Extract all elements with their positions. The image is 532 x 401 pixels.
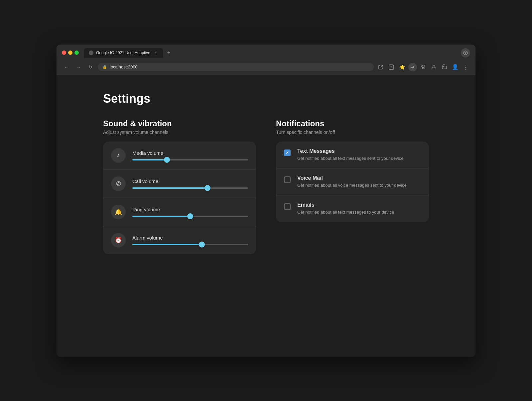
media-label: Media volume <box>132 150 248 156</box>
emails-checkbox[interactable] <box>284 203 291 210</box>
text_messages-content: Text Messages Get notified about all tex… <box>297 148 421 161</box>
downloads-icon[interactable] <box>461 48 470 57</box>
voice_mail-content: Voice Mail Get notified about all voice … <box>297 175 421 188</box>
ring-content: Ring volume <box>132 207 248 217</box>
svg-point-5 <box>433 65 435 67</box>
minimize-traffic-light[interactable] <box>68 50 72 55</box>
profile-icon[interactable] <box>430 63 438 71</box>
volume-row-alarm: ⏰ Alarm volume <box>103 226 256 254</box>
browser-window: Google IO 2021 User Adaptive × + ← → <box>57 45 475 357</box>
external-link-icon[interactable] <box>376 63 385 71</box>
back-button[interactable]: ← <box>62 62 71 72</box>
google-icon[interactable] <box>408 63 417 71</box>
new-tab-button[interactable]: + <box>164 48 174 57</box>
media-icon: ♪ <box>111 148 126 163</box>
ring-label: Ring volume <box>132 207 248 212</box>
toolbar-icons: T ⭐ <box>376 63 470 71</box>
browser-chrome: Google IO 2021 User Adaptive × + ← → <box>57 45 475 75</box>
call-slider-container <box>132 187 248 189</box>
sound-section: Sound & vibration Adjust system volume c… <box>103 119 256 254</box>
text_messages-description: Get notified about all text messages sen… <box>297 155 421 161</box>
emails-content: Emails Get notified about all text messa… <box>297 202 421 215</box>
ring-slider-container <box>132 216 248 217</box>
call-icon: ✆ <box>111 176 126 191</box>
svg-rect-6 <box>444 66 447 69</box>
call-label: Call volume <box>132 178 248 184</box>
menu-icon[interactable]: ⋮ <box>462 63 470 71</box>
alarm-slider-container <box>132 244 248 245</box>
emails-description: Get notified about all text messages to … <box>297 209 421 215</box>
active-tab[interactable]: Google IO 2021 User Adaptive × <box>84 48 163 58</box>
voice_mail-checkbox[interactable] <box>284 176 291 183</box>
avatar-icon[interactable]: 👤 <box>451 63 460 71</box>
svg-text:T: T <box>390 66 392 69</box>
tab-close-button[interactable]: × <box>153 50 158 55</box>
text_messages-title: Text Messages <box>297 148 421 154</box>
page-content: Settings Sound & vibration Adjust system… <box>57 75 475 357</box>
forward-button[interactable]: → <box>74 62 83 72</box>
alarm-content: Alarm volume <box>132 235 248 245</box>
notif-row-text_messages: Text Messages Get notified about all tex… <box>276 142 429 168</box>
voice_mail-description: Get notified about all voice messages se… <box>297 182 421 188</box>
notifications-section: Notifications Turn specific channels on/… <box>276 119 429 222</box>
address-bar-row: ← → ↻ 🔒 localhost:3000 <box>62 60 470 75</box>
settings-grid: Sound & vibration Adjust system volume c… <box>103 119 429 254</box>
extensions-icon[interactable] <box>419 63 428 71</box>
sound-section-header: Sound & vibration Adjust system volume c… <box>103 119 256 135</box>
alarm-icon: ⏰ <box>111 233 126 248</box>
svg-rect-4 <box>422 67 424 69</box>
notifications-section-subtitle: Turn specific channels on/off <box>276 130 429 135</box>
media-slider-container <box>132 159 248 160</box>
notifications-section-title: Notifications <box>276 119 429 128</box>
voice_mail-title: Voice Mail <box>297 175 421 181</box>
tab-title: Google IO 2021 User Adaptive <box>96 50 150 55</box>
close-traffic-light[interactable] <box>62 50 66 55</box>
sound-section-title: Sound & vibration <box>103 119 256 128</box>
notif-row-emails: Emails Get notified about all text messa… <box>276 195 429 222</box>
reload-button[interactable]: ↻ <box>86 62 95 72</box>
volume-row-media: ♪ Media volume <box>103 142 256 170</box>
notifications-section-header: Notifications Turn specific channels on/… <box>276 119 429 135</box>
text_messages-checkbox[interactable] <box>284 150 291 156</box>
ring-icon: 🔔 <box>111 205 126 219</box>
notifications-card: Text Messages Get notified about all tex… <box>276 142 429 222</box>
volume-row-ring: 🔔 Ring volume <box>103 198 256 226</box>
cast-icon[interactable] <box>440 63 449 71</box>
alarm-label: Alarm volume <box>132 235 248 241</box>
media-content: Media volume <box>132 150 248 160</box>
title-bar: Google IO 2021 User Adaptive × + <box>62 48 470 58</box>
traffic-lights <box>62 50 79 55</box>
tab-bar: Google IO 2021 User Adaptive × + <box>84 48 470 58</box>
maximize-traffic-light[interactable] <box>74 50 79 55</box>
sound-section-subtitle: Adjust system volume channels <box>103 130 256 135</box>
call-content: Call volume <box>132 178 248 189</box>
page-title: Settings <box>103 92 429 106</box>
bookmark-icon[interactable]: ⭐ <box>398 63 406 71</box>
sound-card: ♪ Media volume ✆ Call volume <box>103 142 256 254</box>
tab-favicon <box>89 50 93 55</box>
notif-row-voice_mail: Voice Mail Get notified about all voice … <box>276 168 429 195</box>
url-text: localhost:3000 <box>110 64 138 69</box>
volume-row-call: ✆ Call volume <box>103 170 256 198</box>
translate-icon[interactable]: T <box>387 63 396 71</box>
lock-icon: 🔒 <box>102 65 107 69</box>
address-bar[interactable]: 🔒 localhost:3000 <box>98 63 374 71</box>
emails-title: Emails <box>297 202 421 208</box>
